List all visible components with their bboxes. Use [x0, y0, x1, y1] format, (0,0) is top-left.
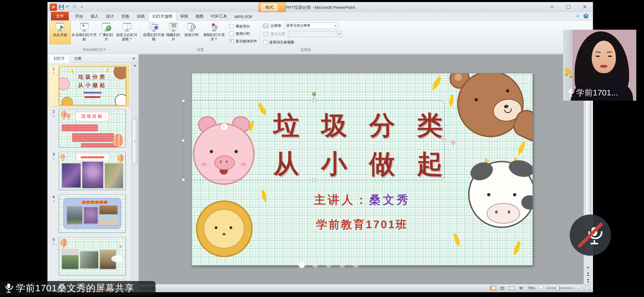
resize-handle[interactable]: [313, 99, 315, 102]
tab-slideshow[interactable]: 幻灯片放映: [149, 12, 176, 21]
resize-handle[interactable]: [182, 178, 185, 181]
reading-view-button[interactable]: [508, 285, 515, 291]
resize-handle[interactable]: [182, 99, 185, 102]
custom-slideshow-button[interactable]: 自定义幻灯片放映: [115, 21, 139, 44]
restore-button[interactable]: [564, 4, 572, 10]
zoom-slider[interactable]: [546, 287, 573, 289]
broadcast-slideshow-button[interactable]: 广播幻灯片: [98, 21, 115, 44]
presenter-line[interactable]: 主讲人：桑文秀: [192, 192, 533, 208]
mini-textblock: [81, 143, 118, 148]
fit-to-window-button[interactable]: [584, 285, 590, 291]
custom-slideshow-icon: [122, 22, 132, 32]
zoom-slider-thumb[interactable]: [556, 286, 559, 291]
thumbnail-canvas: 活动目标: [59, 109, 126, 148]
undo-icon[interactable]: [66, 5, 71, 10]
show-on-select[interactable]: [288, 31, 342, 37]
zoom-out-button[interactable]: −: [538, 285, 544, 291]
editor-canvas-area: ♥ 垃圾分类 从小做起 主讲人：桑文秀 学前教育1701班: [139, 54, 584, 284]
mini-cow: [115, 94, 126, 106]
show-media-controls-checkbox[interactable]: 显示媒体控件: [229, 39, 257, 44]
hide-slide-button[interactable]: 隐藏幻灯片: [165, 21, 181, 44]
tab-pdf-tools[interactable]: PDF工具: [208, 12, 231, 20]
help-icon[interactable]: ?: [583, 13, 588, 18]
webcam-flowers: [565, 68, 570, 73]
minimize-button[interactable]: [548, 4, 556, 10]
pane-scrollbar[interactable]: [131, 63, 138, 284]
resize-handle[interactable]: [443, 139, 446, 142]
text-selection-box[interactable]: [183, 100, 445, 180]
mini-banner: [76, 154, 109, 161]
play-narration-checkbox[interactable]: 播放旁白: [229, 24, 257, 29]
scroll-up-icon[interactable]: [132, 63, 138, 68]
dot[interactable]: [326, 262, 332, 268]
resize-handle[interactable]: [443, 178, 446, 181]
pane-tab-slides[interactable]: 幻灯片: [49, 54, 70, 63]
tab-format[interactable]: 格式: [261, 3, 278, 11]
slide-thumbnail-3[interactable]: 3✦: [49, 150, 129, 192]
ribbon: 从头开始 从当前幻灯片开始 广播幻灯片 自定义幻灯片放映 开始: [48, 21, 593, 54]
tab-design[interactable]: 设计: [102, 12, 118, 20]
microphone-muted-button[interactable]: [570, 215, 611, 256]
spark-shape: [511, 240, 523, 257]
slide-thumbnail-5[interactable]: 5✦ ♥: [49, 235, 129, 277]
powerpoint-logo-icon[interactable]: P: [50, 4, 57, 11]
pane-scroll-thumb[interactable]: [132, 119, 137, 164]
resize-handle[interactable]: [313, 178, 315, 181]
normal-view-button[interactable]: [490, 285, 496, 291]
next-slide-button[interactable]: [585, 277, 591, 284]
zoom-in-button[interactable]: +: [576, 285, 582, 291]
pane-tab-outline[interactable]: 大纲: [70, 54, 86, 62]
scroll-down-icon[interactable]: [585, 265, 591, 270]
thumbnail-canvas: [59, 152, 126, 190]
tab-home[interactable]: 开始: [72, 12, 87, 20]
class-line[interactable]: 学前教育1701班: [192, 217, 533, 232]
setup-slideshow-button[interactable]: 设置幻灯片放映: [142, 21, 165, 44]
save-icon[interactable]: [59, 5, 64, 10]
tab-transitions[interactable]: 切换: [118, 12, 133, 20]
mini-heart-icon: ♥: [119, 243, 122, 250]
slide-progress-dots[interactable]: [299, 262, 359, 268]
pane-close-icon[interactable]: ✕: [132, 56, 135, 61]
from-beginning-button[interactable]: 从头开始: [49, 21, 71, 44]
resolution-icon: [263, 24, 269, 28]
presenter-view-checkbox[interactable]: [263, 40, 267, 45]
tab-view[interactable]: 视图: [192, 12, 207, 20]
minimize-ribbon-icon[interactable]: [576, 15, 579, 17]
resolution-select[interactable]: 使用当前分辨率: [284, 23, 338, 29]
slide-thumbnail-1[interactable]: 1✦ 垃圾分类 从小做起: [49, 65, 129, 107]
group-label-setup: 设置: [142, 48, 258, 52]
record-slideshow-button[interactable]: 录制幻灯片演示: [202, 21, 226, 44]
previous-slide-button[interactable]: [585, 270, 591, 277]
dot-current[interactable]: [299, 262, 305, 268]
slideshow-view-button[interactable]: [518, 285, 525, 291]
tab-review[interactable]: 审阅: [177, 12, 192, 20]
animation-star-icon: ✦: [52, 72, 55, 75]
slide-sorter-button[interactable]: [499, 285, 506, 291]
slide-thumbnail-4[interactable]: 4✦: [49, 193, 129, 235]
qat-dropdown-icon[interactable]: [80, 5, 84, 10]
window-controls: [548, 4, 589, 10]
tab-wps-pdf[interactable]: WPS PDF: [231, 13, 256, 20]
use-timings-checkbox[interactable]: 使用计时: [229, 31, 257, 36]
rehearse-timings-button[interactable]: 排练计时: [181, 21, 202, 44]
mini-photo: [67, 206, 83, 224]
resize-handle[interactable]: [182, 139, 185, 142]
rotate-handle[interactable]: [312, 92, 316, 96]
from-current-slide-button[interactable]: 从当前幻灯片开始: [71, 21, 98, 44]
dot[interactable]: [353, 262, 359, 268]
dot[interactable]: [312, 262, 318, 268]
slide-thumbnail-2[interactable]: 2✦ 活动目标: [49, 108, 129, 149]
tab-insert[interactable]: 插入: [87, 12, 102, 20]
resolution-label: 分辨率:: [271, 23, 282, 28]
checkbox-icon: [229, 24, 234, 29]
close-button[interactable]: [581, 4, 589, 10]
presenter-view-label: 使用演示者视图: [269, 40, 294, 45]
animation-star-icon: ✦: [52, 200, 55, 203]
tab-animations[interactable]: 动画: [133, 12, 148, 20]
tab-file[interactable]: 文件: [51, 12, 69, 20]
redo-icon[interactable]: [73, 5, 78, 10]
spark-shape: [451, 233, 463, 248]
resize-handle[interactable]: [443, 99, 446, 102]
checkbox-icon: [229, 32, 234, 36]
dot[interactable]: [339, 262, 345, 268]
